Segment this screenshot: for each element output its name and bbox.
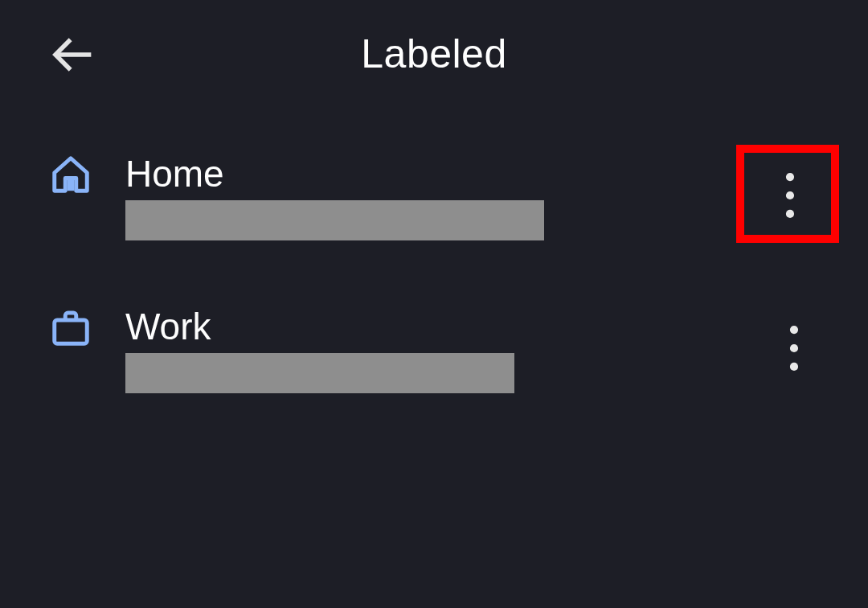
home-icon <box>47 150 95 199</box>
back-button[interactable] <box>47 31 98 82</box>
redacted-address <box>125 353 514 393</box>
svg-rect-1 <box>68 180 75 191</box>
briefcase-icon <box>47 303 95 351</box>
more-vertical-icon <box>784 173 796 221</box>
list-item-label: Home <box>125 152 224 195</box>
svg-point-6 <box>790 326 798 334</box>
list-item-work[interactable]: Work <box>0 294 868 446</box>
svg-rect-5 <box>55 320 88 343</box>
svg-point-3 <box>786 191 794 199</box>
arrow-left-icon <box>50 32 95 80</box>
more-options-button[interactable] <box>766 165 814 229</box>
svg-point-4 <box>786 210 794 218</box>
page-title: Labeled <box>361 31 506 77</box>
svg-point-8 <box>790 363 798 371</box>
more-options-button[interactable] <box>770 318 818 382</box>
list-item-home[interactable]: Home <box>0 141 868 294</box>
more-vertical-icon <box>788 326 800 374</box>
labeled-list: Home Work <box>0 141 868 446</box>
redacted-address <box>125 200 544 240</box>
svg-point-7 <box>790 344 798 352</box>
svg-point-2 <box>786 173 794 181</box>
header: Labeled <box>0 0 868 105</box>
list-item-label: Work <box>125 305 211 348</box>
